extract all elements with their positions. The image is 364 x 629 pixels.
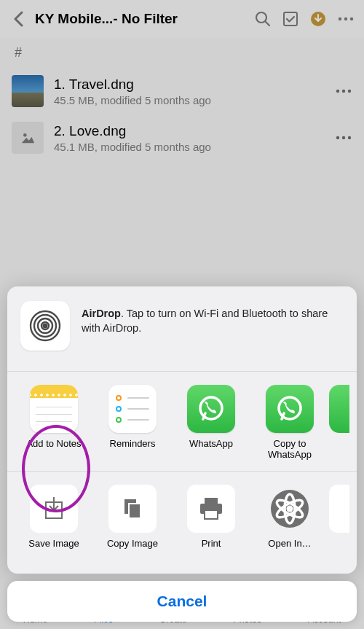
share-copy-whatsapp[interactable]: Copy to WhatsApp (250, 385, 329, 461)
svg-rect-24 (129, 504, 141, 518)
whatsapp-icon (187, 385, 235, 433)
svg-rect-27 (205, 510, 218, 519)
airdrop-row[interactable]: AirDrop. Tap to turn on Wi-Fi and Blueto… (7, 286, 357, 371)
open-in-icon (266, 485, 314, 533)
airdrop-text: AirDrop. Tap to turn on Wi-Fi and Blueto… (82, 301, 344, 351)
share-more-actions[interactable] (329, 485, 349, 560)
copy-image-icon (108, 485, 157, 533)
save-image-icon (30, 485, 78, 533)
share-sheet: AirDrop. Tap to turn on Wi-Fi and Blueto… (7, 286, 357, 622)
reminders-icon (108, 385, 157, 433)
svg-point-32 (287, 506, 293, 512)
cancel-button[interactable]: Cancel (7, 581, 357, 622)
whatsapp-icon (266, 385, 314, 433)
svg-rect-25 (205, 498, 218, 504)
action-label: Print (202, 539, 221, 560)
partial-app-icon (329, 385, 349, 433)
app-label: Reminders (110, 439, 156, 461)
svg-point-18 (43, 324, 48, 329)
app-label: Add to Notes (26, 439, 81, 461)
share-sheet-panel: AirDrop. Tap to turn on Wi-Fi and Blueto… (7, 286, 357, 574)
action-save-image[interactable]: Save Image (15, 485, 93, 560)
airdrop-title: AirDrop (82, 308, 121, 319)
share-reminders[interactable]: Reminders (93, 385, 172, 461)
action-label: Copy Image (107, 539, 158, 560)
action-label: Open In… (268, 539, 311, 560)
app-label: WhatsApp (189, 439, 233, 461)
print-icon (187, 485, 235, 533)
notes-icon (30, 385, 78, 433)
action-open-in[interactable]: Open In… (250, 485, 329, 560)
share-action-row: Save Image Copy Image Print Open In… (7, 472, 357, 574)
action-print[interactable]: Print (172, 485, 250, 560)
action-label: Save Image (28, 539, 79, 560)
airdrop-icon (20, 301, 70, 351)
share-add-to-notes[interactable]: Add to Notes (15, 385, 93, 461)
share-more-apps[interactable] (329, 385, 349, 461)
app-label: Copy to WhatsApp (250, 439, 329, 461)
share-app-row: Add to Notes Reminders WhatsApp (7, 372, 357, 471)
share-whatsapp[interactable]: WhatsApp (172, 385, 250, 461)
action-copy-image[interactable]: Copy Image (93, 485, 172, 560)
